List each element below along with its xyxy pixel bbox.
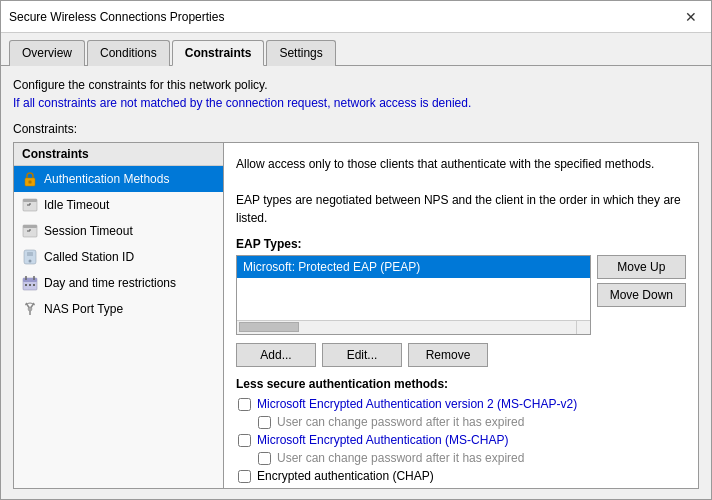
auth-description: Allow access only to those clients that … xyxy=(236,155,686,227)
tab-settings[interactable]: Settings xyxy=(266,40,335,66)
checkbox-chap-row: Encrypted authentication (CHAP) xyxy=(236,469,686,483)
eap-list-item-peap[interactable]: Microsoft: Protected EAP (PEAP) xyxy=(237,256,590,278)
svg-rect-17 xyxy=(25,284,27,286)
constraints-label: Constraints: xyxy=(13,122,699,136)
sidebar-item-nas-port[interactable]: NAS Port Type xyxy=(14,296,223,322)
checkbox-ms-chap-row: Microsoft Encrypted Authentication (MS-C… xyxy=(236,433,686,447)
checkbox-chap[interactable] xyxy=(238,470,251,483)
antenna-icon xyxy=(22,301,38,317)
add-button[interactable]: Add... xyxy=(236,343,316,367)
remove-button[interactable]: Remove xyxy=(408,343,488,367)
checkbox-ms-chap-v2-sub-row: User can change password after it has ex… xyxy=(236,415,686,429)
sidebar-item-label-idle: Idle Timeout xyxy=(44,198,109,212)
sidebar-item-session-timeout[interactable]: Session Timeout xyxy=(14,218,223,244)
tab-constraints[interactable]: Constraints xyxy=(172,40,265,66)
h-scrollbar[interactable] xyxy=(237,320,576,334)
checkbox-pap[interactable] xyxy=(238,488,251,489)
calendar-icon xyxy=(22,275,38,291)
label-ms-chap: Microsoft Encrypted Authentication (MS-C… xyxy=(257,433,508,447)
svg-rect-7 xyxy=(23,225,37,228)
main-window: Secure Wireless Connections Properties ✕… xyxy=(0,0,712,500)
eap-scroll-bottom xyxy=(237,320,590,334)
sidebar-item-label-called: Called Station ID xyxy=(44,250,134,264)
sidebar-item-label-daytime: Day and time restrictions xyxy=(44,276,176,290)
move-down-button[interactable]: Move Down xyxy=(597,283,686,307)
scroll-corner xyxy=(576,320,590,334)
label-ms-chap-v2: Microsoft Encrypted Authentication versi… xyxy=(257,397,577,411)
less-secure-label: Less secure authentication methods: xyxy=(236,377,686,391)
phone-icon xyxy=(22,249,38,265)
checkbox-ms-chap-sub-row: User can change password after it has ex… xyxy=(236,451,686,465)
left-panel: Constraints Authentication Methods xyxy=(14,143,224,488)
edit-button[interactable]: Edit... xyxy=(322,343,402,367)
svg-rect-18 xyxy=(29,284,31,286)
info-line1: Configure the constraints for this netwo… xyxy=(13,76,699,94)
main-content: Configure the constraints for this netwo… xyxy=(1,66,711,499)
eap-move-buttons: Move Up Move Down xyxy=(597,255,686,335)
checkbox-pap-row: Unencrypted authentication (PAP, SPAP) xyxy=(236,487,686,488)
clock-icon-session xyxy=(22,223,38,239)
tab-overview[interactable]: Overview xyxy=(9,40,85,66)
svg-rect-19 xyxy=(33,284,35,286)
title-bar: Secure Wireless Connections Properties ✕ xyxy=(1,1,711,33)
add-edit-remove-row: Add... Edit... Remove xyxy=(236,343,686,367)
sidebar-item-day-time[interactable]: Day and time restrictions xyxy=(14,270,223,296)
tab-conditions[interactable]: Conditions xyxy=(87,40,170,66)
right-panel: Allow access only to those clients that … xyxy=(224,143,698,488)
desc-line1: Allow access only to those clients that … xyxy=(236,155,686,173)
checkbox-ms-chap-v2-sub[interactable] xyxy=(258,416,271,429)
window-title: Secure Wireless Connections Properties xyxy=(9,10,224,24)
label-ms-chap-sub: User can change password after it has ex… xyxy=(277,451,524,465)
clock-icon-idle xyxy=(22,197,38,213)
svg-rect-11 xyxy=(27,252,33,256)
desc-line2: EAP types are negotiated between NPS and… xyxy=(236,191,686,227)
sidebar-item-idle-timeout[interactable]: Idle Timeout xyxy=(14,192,223,218)
close-button[interactable]: ✕ xyxy=(679,7,703,27)
sidebar-item-authentication-methods[interactable]: Authentication Methods xyxy=(14,166,223,192)
tab-bar: Overview Conditions Constraints Settings xyxy=(1,33,711,66)
svg-point-21 xyxy=(28,307,32,311)
info-section: Configure the constraints for this netwo… xyxy=(13,76,699,112)
sidebar-item-label-auth: Authentication Methods xyxy=(44,172,169,186)
move-up-button[interactable]: Move Up xyxy=(597,255,686,279)
left-panel-header: Constraints xyxy=(14,143,223,166)
checkbox-ms-chap-v2[interactable] xyxy=(238,398,251,411)
svg-rect-3 xyxy=(23,199,37,202)
svg-point-12 xyxy=(29,260,32,263)
checkbox-ms-chap-sub[interactable] xyxy=(258,452,271,465)
eap-label: EAP Types: xyxy=(236,237,686,251)
checkbox-ms-chap-v2-row: Microsoft Encrypted Authentication versi… xyxy=(236,397,686,411)
sidebar-item-label-nas: NAS Port Type xyxy=(44,302,123,316)
label-pap: Unencrypted authentication (PAP, SPAP) xyxy=(257,487,474,488)
checkbox-ms-chap[interactable] xyxy=(238,434,251,447)
h-scroll-thumb[interactable] xyxy=(239,322,299,332)
svg-rect-14 xyxy=(23,278,37,282)
eap-row: Microsoft: Protected EAP (PEAP) Move Up … xyxy=(236,255,686,335)
eap-list-area: Microsoft: Protected EAP (PEAP) xyxy=(237,256,590,320)
constraints-container: Constraints Authentication Methods xyxy=(13,142,699,489)
label-chap: Encrypted authentication (CHAP) xyxy=(257,469,434,483)
info-line2: If all constraints are not matched by th… xyxy=(13,94,699,112)
sidebar-item-label-session: Session Timeout xyxy=(44,224,133,238)
sidebar-item-called-station[interactable]: Called Station ID xyxy=(14,244,223,270)
svg-rect-1 xyxy=(29,181,32,184)
label-ms-chap-v2-sub: User can change password after it has ex… xyxy=(277,415,524,429)
eap-list-box: Microsoft: Protected EAP (PEAP) xyxy=(236,255,591,335)
lock-icon xyxy=(22,171,38,187)
